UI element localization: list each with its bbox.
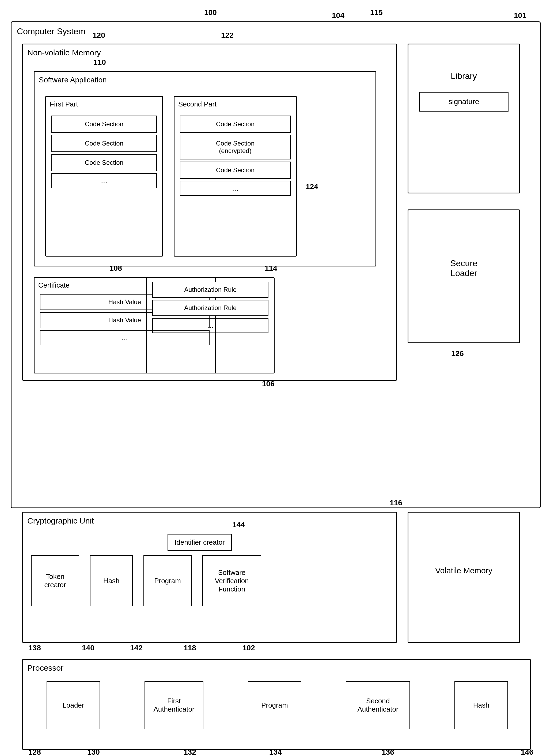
signature-box: signature <box>419 92 508 112</box>
page: 104 101 Computer System 100 115 Non-vola… <box>0 0 554 756</box>
program-crypto-box: Program <box>144 555 191 606</box>
first-part-label: First Part <box>50 100 78 108</box>
ref-114: 114 <box>265 264 277 272</box>
processor-box: Processor Loader FirstAuthenticator Prog… <box>22 659 531 750</box>
processor-components: Loader FirstAuthenticator Program Second… <box>31 681 523 729</box>
ref-142: 142 <box>130 644 143 652</box>
computer-system-label: Computer System <box>17 26 86 37</box>
certificate-label: Certificate <box>38 281 69 290</box>
ellipsis-auth: ... <box>152 318 268 333</box>
ref-126: 126 <box>451 350 464 358</box>
code-section-fp-1: Code Section <box>51 116 157 133</box>
ref-108: 108 <box>109 264 122 272</box>
first-part-content: Code Section Code Section Code Section .… <box>46 116 162 190</box>
processor-label: Processor <box>27 664 63 673</box>
library-label: Library <box>408 71 519 81</box>
ref-146: 146 <box>521 748 534 756</box>
auth-rules-box: 114 106 Authorization Rule Authorization… <box>146 277 275 373</box>
ref-104: 104 <box>332 11 344 20</box>
crypto-components: Tokencreator Hash Program SoftwareVerifi… <box>31 555 261 606</box>
secure-loader-box: SecureLoader 126 <box>407 209 520 343</box>
ref-110: 110 <box>94 58 106 67</box>
code-section-sp-3: Code Section <box>180 162 291 179</box>
token-creator-box: Tokencreator <box>31 555 79 606</box>
hash-proc-box: Hash <box>454 681 508 729</box>
ref-120: 120 <box>93 31 105 40</box>
sw-app-box: Software Application 110 First Part Code… <box>34 71 376 266</box>
secure-loader-label: SecureLoader <box>408 258 519 278</box>
ref-130: 130 <box>87 748 100 756</box>
ref-116: 116 <box>390 499 402 507</box>
ref-136: 136 <box>382 748 394 756</box>
volatile-box: Volatile Memory <box>407 512 520 643</box>
ref-138: 138 <box>29 644 41 652</box>
ref-144: 144 <box>232 520 245 529</box>
ref-100: 100 <box>204 8 217 17</box>
loader-box: Loader <box>47 681 100 729</box>
second-part-box: Second Part 124 Code Section Code Sectio… <box>174 96 297 257</box>
ref-106: 106 <box>262 380 275 388</box>
second-part-content: Code Section Code Section(encrypted) Cod… <box>174 116 296 198</box>
code-section-sp-1: Code Section <box>180 116 291 133</box>
code-section-sp-2: Code Section(encrypted) <box>180 135 291 160</box>
ref-124: 124 <box>306 182 318 191</box>
ref-134: 134 <box>269 748 282 756</box>
ref-101: 101 <box>514 11 527 20</box>
ref-102: 102 <box>242 644 255 652</box>
ref-132: 132 <box>183 748 196 756</box>
library-box: Library signature <box>407 44 520 193</box>
program-proc-box: Program <box>248 681 301 729</box>
crypto-box: Cryptographic Unit 116 Identifier creato… <box>22 512 397 643</box>
first-part-box: First Part Code Section Code Section Cod… <box>45 96 163 257</box>
auth-rule-2: Authorization Rule <box>152 300 268 316</box>
code-section-fp-2: Code Section <box>51 135 157 152</box>
first-authenticator-box: FirstAuthenticator <box>145 681 204 729</box>
code-section-fp-3: Code Section <box>51 154 157 171</box>
sw-app-label: Software Application <box>39 76 107 84</box>
ref-128: 128 <box>29 748 41 756</box>
second-part-label: Second Part <box>178 100 217 108</box>
ref-118: 118 <box>183 644 196 652</box>
ref-115: 115 <box>370 8 383 17</box>
ref-122: 122 <box>221 31 234 40</box>
ellipsis-sp: ... <box>180 181 291 196</box>
auth-rule-1: Authorization Rule <box>152 282 268 298</box>
ellipsis-fp: ... <box>51 173 157 188</box>
hash-box: Hash <box>90 555 133 606</box>
crypto-label: Cryptographic Unit <box>27 516 94 525</box>
auth-content: Authorization Rule Authorization Rule ..… <box>147 282 274 335</box>
identifier-creator-box: Identifier creator 144 <box>168 534 232 551</box>
identifier-creator-label: Identifier creator <box>174 538 225 546</box>
sw-verification-box: SoftwareVerificationFunction <box>202 555 261 606</box>
computer-system-box: Computer System 100 115 Non-volatile Mem… <box>11 21 541 508</box>
nvm-label: Non-volatile Memory <box>27 48 101 57</box>
ref-140: 140 <box>82 644 95 652</box>
second-authenticator-box: SecondAuthenticator <box>346 681 410 729</box>
nvm-box: Non-volatile Memory 120 122 Software App… <box>22 44 397 381</box>
volatile-label: Volatile Memory <box>408 566 519 575</box>
